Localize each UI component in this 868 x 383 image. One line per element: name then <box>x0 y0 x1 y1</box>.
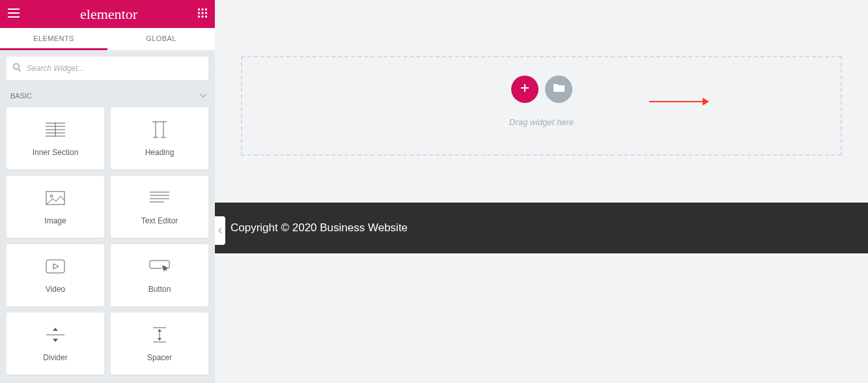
svg-rect-5 <box>205 8 207 10</box>
apps-grid-icon[interactable] <box>198 8 207 20</box>
chevron-down-icon <box>199 92 207 100</box>
spacer-icon <box>150 326 169 344</box>
svg-rect-41 <box>521 87 529 89</box>
svg-rect-7 <box>202 12 204 14</box>
widget-label: Image <box>44 216 66 225</box>
chevron-left-icon <box>218 225 222 236</box>
svg-rect-29 <box>46 260 64 273</box>
widget-spacer[interactable]: Spacer <box>111 313 208 375</box>
widget-video[interactable]: Video <box>7 244 104 306</box>
widget-label: Spacer <box>147 353 172 362</box>
drop-label: Drag widget here <box>509 117 574 127</box>
svg-rect-1 <box>8 12 20 14</box>
svg-marker-30 <box>53 264 59 269</box>
svg-point-24 <box>50 195 53 197</box>
widget-image[interactable]: Image <box>7 176 104 238</box>
svg-rect-6 <box>198 12 200 14</box>
editor-canvas: Drag widget here Copyright © 2020 Busine… <box>215 0 868 383</box>
image-icon <box>46 189 65 207</box>
widget-inner-section[interactable]: Inner Section <box>7 107 104 169</box>
widget-label: Video <box>46 285 65 294</box>
svg-rect-0 <box>8 8 20 10</box>
heading-icon <box>150 121 169 139</box>
svg-marker-38 <box>158 338 161 341</box>
widget-label: Text Editor <box>141 216 178 225</box>
widget-label: Inner Section <box>33 148 79 157</box>
widget-label: Heading <box>145 148 175 157</box>
category-label: BASIC <box>10 92 32 100</box>
button-icon <box>149 257 170 276</box>
svg-marker-32 <box>53 328 58 331</box>
svg-rect-4 <box>202 8 204 10</box>
page-footer: Copyright © 2020 Business Website <box>215 203 868 253</box>
widget-text-editor[interactable]: Text Editor <box>111 176 208 238</box>
widget-divider[interactable]: Divider <box>7 313 104 375</box>
video-icon <box>46 257 65 276</box>
folder-icon <box>553 83 565 95</box>
category-basic[interactable]: BASIC <box>0 87 215 107</box>
search-input[interactable] <box>27 64 202 73</box>
widgets-grid: Inner Section Heading Image <box>0 107 215 381</box>
search-icon <box>13 63 21 74</box>
plus-icon <box>520 83 530 96</box>
svg-rect-23 <box>46 192 64 205</box>
editor-sidebar: elementor ELEMENTS GLOBAL BASIC <box>0 0 215 383</box>
add-section-button[interactable] <box>511 76 539 103</box>
svg-rect-3 <box>198 8 200 10</box>
widget-heading[interactable]: Heading <box>111 107 208 169</box>
template-button[interactable] <box>545 76 572 103</box>
text-editor-icon <box>150 189 169 207</box>
drop-zone[interactable]: Drag widget here <box>241 56 842 156</box>
svg-rect-2 <box>8 16 20 18</box>
svg-rect-8 <box>205 12 207 14</box>
tab-global[interactable]: GLOBAL <box>107 28 215 50</box>
widget-label: Button <box>148 285 171 294</box>
sidebar-tabs: ELEMENTS GLOBAL <box>0 28 215 50</box>
svg-marker-34 <box>53 339 58 342</box>
search-wrap <box>0 50 215 87</box>
sidebar-header: elementor <box>0 0 215 28</box>
svg-rect-9 <box>198 16 200 18</box>
drop-buttons <box>511 76 572 103</box>
divider-icon <box>46 326 64 344</box>
widget-button[interactable]: Button <box>111 244 208 306</box>
svg-rect-10 <box>202 16 204 18</box>
svg-rect-11 <box>205 16 207 18</box>
collapse-sidebar-handle[interactable] <box>215 216 225 245</box>
menu-icon[interactable] <box>8 8 20 20</box>
widget-label: Divider <box>43 353 67 362</box>
brand-logo: elementor <box>80 6 137 23</box>
footer-text: Copyright © 2020 Business Website <box>231 221 408 234</box>
tab-elements[interactable]: ELEMENTS <box>0 28 107 50</box>
search-box[interactable] <box>7 57 208 80</box>
inner-section-icon <box>46 121 65 139</box>
